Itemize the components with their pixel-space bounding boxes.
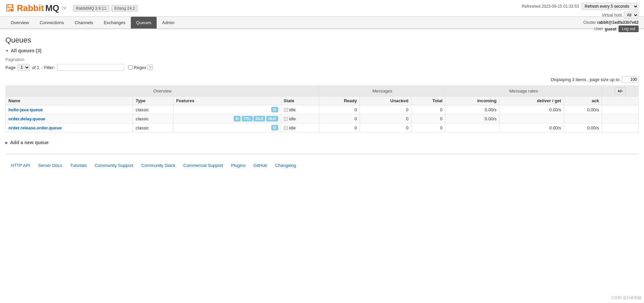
footer-divider [5, 154, 639, 154]
queue-type: classic [133, 123, 173, 132]
add-queue-label: Add a new queue [10, 140, 49, 145]
queue-unacked: 0 [360, 105, 412, 114]
display-info-text: Displaying 3 items , page size up to: [551, 77, 621, 82]
pagination-controls: Page 1 of 1 - Filter: Regex ? [5, 64, 639, 71]
section-label: All queues (3) [11, 48, 42, 53]
state-icon [284, 117, 288, 121]
add-queue-arrow: ▶ [5, 141, 8, 144]
queue-state: idle [281, 114, 319, 123]
col-type-header: Type [133, 97, 173, 105]
col-state-header: State [281, 97, 319, 105]
queue-unacked: 0 [360, 123, 412, 132]
user-area: User guest Log out [522, 25, 639, 32]
queue-total: 0 [411, 105, 445, 114]
queue-name-link[interactable]: order.delay.queue [8, 116, 45, 121]
queue-ready: 0 [319, 123, 360, 132]
state-icon [284, 108, 288, 112]
feature-tag-dlk: DLK [266, 116, 278, 121]
nav-item-overview[interactable]: Overview [5, 17, 34, 28]
logout-button[interactable]: Log out [619, 25, 639, 32]
username: guest [605, 26, 616, 32]
erlang-version-badge: Erlang 24.2 [111, 5, 138, 12]
nav-item-admin[interactable]: Admin [157, 17, 180, 28]
header: 🖫 RabbitMQTM RabbitMQ 3.9.11 Erlang 24.2… [0, 0, 644, 17]
col-features-header: Features [173, 97, 281, 105]
pagination-label: Pagination [5, 57, 639, 62]
queue-total: 0 [411, 123, 445, 132]
queue-ready: 0 [319, 105, 360, 114]
footer-link-commercial-support[interactable]: Commercial Support [183, 163, 223, 168]
footer-link-tutorials[interactable]: Tutorials [70, 163, 87, 168]
queue-name-link[interactable]: hello-java-queue [8, 107, 43, 112]
footer-link-changelog[interactable]: Changelog [275, 163, 296, 168]
refresh-interval-select[interactable]: Refresh every 5 seconds Refresh every 10… [582, 3, 639, 10]
table-row: hello-java-queueclassicD idle0000.00/s0.… [6, 105, 639, 114]
queue-extra [602, 114, 638, 123]
queue-incoming: 0.00/s [445, 114, 499, 123]
main-content: Queues ▼ All queues (3) Pagination Page … [0, 29, 644, 178]
filter-input[interactable] [57, 64, 124, 71]
queue-extra [602, 105, 638, 114]
top-right-panel: Refreshed 2023-06-15 01:33:53 Refresh ev… [522, 3, 639, 32]
queue-name-link[interactable]: order.release.order.queue [8, 125, 62, 130]
table-row: order.delay.queueclassicD TTL DLX DLK id… [6, 114, 639, 123]
page-size-input[interactable] [622, 76, 639, 83]
col-ack-header: ack [564, 97, 602, 105]
col-deliver-header: deliver / get [499, 97, 564, 105]
nav-item-connections[interactable]: Connections [34, 17, 69, 28]
queue-features: D [173, 123, 281, 132]
nav-item-queues[interactable]: Queues [131, 17, 157, 28]
queue-features: D TTL DLX DLK [173, 114, 281, 123]
footer-link-plugins[interactable]: Plugins [231, 163, 246, 168]
plus-minus-cell[interactable]: +/- [602, 86, 638, 97]
queue-extra [602, 123, 638, 132]
col-incoming-header: incoming [445, 97, 499, 105]
user-label: User [594, 26, 603, 31]
queue-incoming [445, 123, 499, 132]
table-col-header-row: Name Type Features State Ready Unacked T… [6, 97, 639, 105]
queue-deliver: 0.00/s [499, 123, 564, 132]
col-total-header: Total [411, 97, 445, 105]
overview-section-header: Overview [6, 86, 319, 97]
nav-item-exchanges[interactable]: Exchanges [98, 17, 130, 28]
queue-type: classic [133, 105, 173, 114]
all-queues-section-header[interactable]: ▼ All queues (3) [5, 48, 639, 53]
queue-deliver: 0.00/s [499, 105, 564, 114]
footer-link-community-slack[interactable]: Community Slack [141, 163, 175, 168]
vhost-select[interactable]: All [624, 11, 639, 19]
add-queue-section[interactable]: ▶ Add a new queue [5, 138, 639, 147]
regex-area: Regex ? [128, 65, 153, 70]
footer-link-community-support[interactable]: Community Support [95, 163, 133, 168]
footer-link-github[interactable]: GitHub [254, 163, 267, 168]
page-select[interactable]: 1 [17, 64, 30, 71]
queue-incoming: 0.00/s [445, 105, 499, 114]
regex-checkbox[interactable] [128, 65, 132, 70]
section-collapse-arrow: ▼ [5, 49, 9, 53]
footer-link-http-api[interactable]: HTTP API [11, 163, 30, 168]
logo-rabbit-text: Rabbit [17, 3, 44, 13]
footer-link-server-docs[interactable]: Server Docs [38, 163, 62, 168]
regex-help-icon[interactable]: ? [148, 65, 153, 70]
messages-section-header: Messages [319, 86, 445, 97]
queue-ready: 0 [319, 114, 360, 123]
feature-tag-d: D [234, 116, 240, 121]
nav-item-channels[interactable]: Channels [69, 17, 98, 28]
vhost-area: Virtual host All [522, 11, 639, 19]
pagination-area: Pagination Page 1 of 1 - Filter: Regex ? [5, 57, 639, 71]
col-name-header: Name [6, 97, 133, 105]
rabbitmq-version-badge: RabbitMQ 3.9.11 [73, 5, 109, 12]
rates-section-header: Message rates [445, 86, 602, 97]
queue-ack: 0.00/s [564, 123, 602, 132]
logo: 🖫 RabbitMQTM [5, 3, 66, 14]
vhost-label: Virtual host [602, 13, 622, 17]
queue-ack: 0.00/s [564, 105, 602, 114]
cluster-area: Cluster rabbit@1edfa33b7e62 [522, 20, 639, 25]
page-title: Queues [5, 36, 639, 45]
queues-table: Overview Messages Message rates +/- Name… [5, 85, 639, 132]
plus-minus-button[interactable]: +/- [614, 87, 626, 95]
display-info: Displaying 3 items , page size up to: [5, 76, 639, 83]
queue-unacked: 0 [360, 114, 412, 123]
feature-tag-ttl: TTL [242, 116, 253, 121]
of-text: of 1 [32, 65, 39, 70]
footer-links: HTTP APIServer DocsTutorialsCommunity Su… [5, 160, 639, 171]
